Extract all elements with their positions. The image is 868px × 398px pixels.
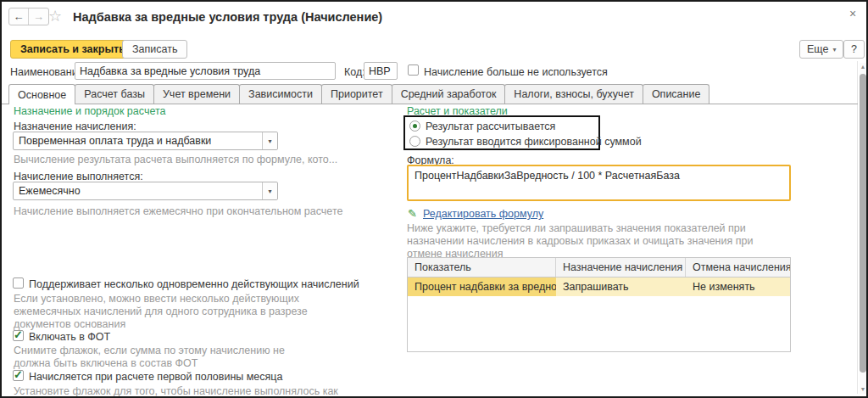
close-icon[interactable]: × bbox=[849, 8, 856, 20]
tab-strip: Основное Расчет базы Учет времени Зависи… bbox=[8, 84, 709, 104]
include-fot-checkbox[interactable] bbox=[13, 330, 24, 341]
tab-uchet-vremeni[interactable]: Учет времени bbox=[153, 84, 240, 104]
first-half-hint: Установите флажок для того, чтобы начисл… bbox=[14, 385, 370, 398]
tab-prioritet[interactable]: Приоритет bbox=[321, 84, 392, 104]
purpose-label: Назначение начисления: bbox=[14, 121, 136, 132]
purpose-select-value: Повременная оплата труда и надбавки bbox=[19, 135, 211, 147]
not-used-checkbox[interactable] bbox=[408, 64, 419, 76]
page-title: Надбавка за вредные условия труда (Начис… bbox=[73, 10, 382, 24]
formula-value: ПроцентНадбавкиЗаВредность / 100 * Расче… bbox=[415, 170, 680, 182]
result-calculated-radio[interactable] bbox=[409, 121, 420, 132]
not-used-checkbox-label: Начисление больше не используется bbox=[424, 66, 608, 78]
include-fot-hint: Снимите флажок, если сумма по этому начи… bbox=[14, 345, 309, 370]
schedule-select-value: Ежемесячно bbox=[19, 185, 81, 197]
result-fixed-radio-label: Результат вводится фиксированной суммой bbox=[426, 136, 642, 148]
tab-nalogi[interactable]: Налоги, взносы, бухучет bbox=[504, 84, 643, 104]
tab-sredniy-zarabotok[interactable]: Средний заработок bbox=[392, 84, 506, 104]
purpose-hint: Вычисление результата расчета выполняетс… bbox=[14, 154, 337, 166]
tab-zavisimosti[interactable]: Зависимости bbox=[239, 84, 322, 104]
multi-accruals-hint: Если установлено, можно ввести несколько… bbox=[14, 293, 329, 331]
scroll-up-icon[interactable]: ▲ bbox=[860, 64, 866, 70]
app-window: ← → ☆ Надбавка за вредные условия труда … bbox=[0, 0, 868, 398]
multi-accruals-checkbox-label: Поддерживает несколько одновременно дейс… bbox=[29, 278, 359, 290]
combo-arrow-icon[interactable]: ▾ bbox=[262, 182, 277, 199]
tab-bottom-divider bbox=[2, 104, 858, 104]
history-nav-group: ← → bbox=[8, 8, 49, 25]
back-arrow-icon: ← bbox=[14, 10, 25, 23]
column-header-cancellation[interactable]: Отмена начисления bbox=[686, 258, 790, 277]
indicators-hint: Ниже укажите, требуется ли запрашивать з… bbox=[407, 222, 756, 261]
purpose-select[interactable]: Повременная оплата труда и надбавки ▾ bbox=[13, 132, 278, 150]
more-button[interactable]: Еще▾ bbox=[799, 40, 843, 59]
table-row[interactable]: Процент надбавки за вредность Запрашиват… bbox=[408, 277, 790, 296]
scrollbar-thumb[interactable] bbox=[860, 74, 866, 373]
tab-raschet-bazy[interactable]: Расчет базы bbox=[75, 84, 154, 104]
include-fot-checkbox-label: Включать в ФОТ bbox=[29, 331, 110, 343]
forward-button[interactable]: → bbox=[29, 8, 48, 25]
forward-arrow-icon: → bbox=[33, 10, 44, 23]
result-fixed-radio[interactable] bbox=[409, 136, 420, 147]
help-button[interactable]: ? bbox=[843, 40, 865, 59]
back-button[interactable]: ← bbox=[9, 8, 29, 25]
schedule-hint: Начисление выполняется ежемесячно при ок… bbox=[14, 205, 342, 218]
column-header-indicator[interactable]: Показатель bbox=[408, 258, 556, 277]
column-header-assignment[interactable]: Назначение начисления bbox=[556, 258, 686, 277]
indicators-table[interactable]: Показатель Назначение начисления Отмена … bbox=[407, 257, 791, 352]
first-half-checkbox[interactable] bbox=[13, 370, 24, 381]
schedule-label: Начисление выполняется: bbox=[14, 171, 143, 182]
code-field-label: Код: bbox=[344, 66, 365, 78]
chevron-down-icon: ▾ bbox=[832, 46, 836, 53]
indicators-table-header: Показатель Назначение начисления Отмена … bbox=[408, 258, 790, 277]
cell-cancellation[interactable]: Не изменять bbox=[686, 277, 790, 296]
first-half-checkbox-label: Начисляется при расчете первой половины … bbox=[29, 371, 282, 383]
multi-accruals-checkbox[interactable] bbox=[13, 277, 24, 289]
result-calculated-radio-label: Результат рассчитывается bbox=[426, 121, 555, 132]
save-and-close-button[interactable]: Записать и закрыть bbox=[10, 40, 136, 59]
more-button-label: Еще bbox=[807, 43, 828, 55]
form-right-edge bbox=[857, 61, 858, 394]
combo-arrow-icon[interactable]: ▾ bbox=[262, 132, 277, 149]
vertical-scrollbar[interactable]: ▲ ▼ bbox=[860, 63, 866, 394]
favorite-star-icon[interactable]: ☆ bbox=[48, 8, 62, 24]
formula-input[interactable]: ПроцентНадбавкиЗаВредность / 100 * Расче… bbox=[407, 165, 791, 201]
tab-opisanie[interactable]: Описание bbox=[643, 84, 710, 104]
name-input[interactable] bbox=[75, 62, 336, 80]
save-button[interactable]: Записать bbox=[122, 40, 187, 59]
edit-pencil-icon: ✎ bbox=[408, 207, 417, 220]
cell-indicator[interactable]: Процент надбавки за вредность bbox=[408, 277, 556, 296]
edit-formula-link[interactable]: Редактировать формулу bbox=[423, 208, 543, 220]
cell-assignment[interactable]: Запрашивать bbox=[556, 277, 686, 296]
tab-osnovnoe[interactable]: Основное bbox=[8, 84, 75, 104]
left-section-header: Назначение и порядок расчета bbox=[14, 105, 165, 117]
code-input[interactable] bbox=[364, 62, 398, 80]
schedule-select[interactable]: Ежемесячно ▾ bbox=[13, 182, 278, 200]
scroll-down-icon[interactable]: ▼ bbox=[860, 386, 866, 393]
